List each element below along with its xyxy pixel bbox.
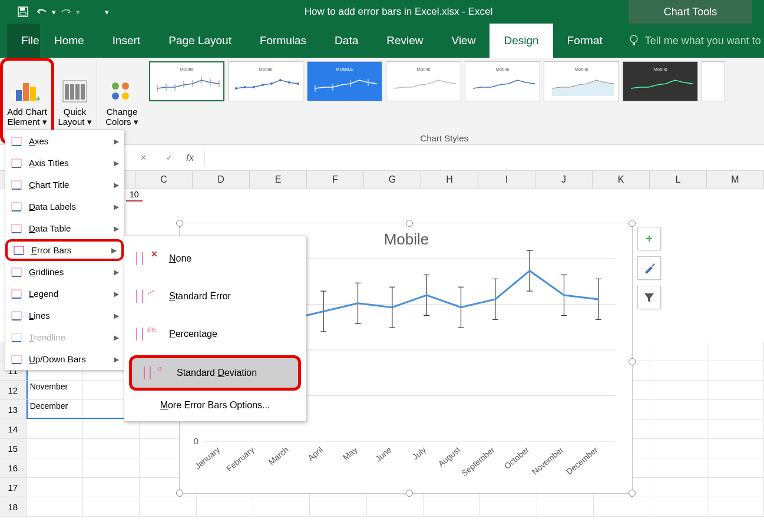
resize-handle[interactable] xyxy=(176,220,183,227)
cell[interactable] xyxy=(367,497,424,516)
menu-item-gridlines[interactable]: Gridlines▶ xyxy=(5,261,124,283)
column-header-I[interactable]: I xyxy=(478,171,535,188)
cell[interactable] xyxy=(650,342,707,361)
cell[interactable] xyxy=(650,478,707,497)
chart-filters-button[interactable] xyxy=(637,286,661,309)
cell[interactable] xyxy=(707,419,764,438)
cell[interactable] xyxy=(537,497,594,516)
cell[interactable] xyxy=(27,439,83,458)
row-header-13[interactable]: 13 xyxy=(0,400,27,419)
row-header-14[interactable]: 14 xyxy=(0,419,27,438)
errorbars-std-dev[interactable]: σStandard Deviation xyxy=(129,355,301,391)
cell[interactable] xyxy=(707,361,764,380)
menu-item-lines[interactable]: Lines▶ xyxy=(5,305,124,326)
cell[interactable] xyxy=(707,400,764,419)
enter-formula-button[interactable]: ✓ xyxy=(160,149,178,167)
tab-home[interactable]: Home xyxy=(40,24,98,58)
cell[interactable] xyxy=(650,439,707,458)
row-header-12[interactable]: 12 xyxy=(0,381,27,399)
cell[interactable] xyxy=(650,458,707,477)
row-header-16[interactable]: 16 xyxy=(0,458,27,477)
tab-page-layout[interactable]: Page Layout xyxy=(154,24,246,58)
menu-item-error-bars[interactable]: Error Bars▶ xyxy=(5,239,124,261)
save-button[interactable] xyxy=(14,3,32,21)
undo-button[interactable] xyxy=(33,3,51,21)
more-error-bars-options[interactable]: More Error Bars Options... xyxy=(124,393,306,418)
chart-style-2[interactable]: Mobile xyxy=(228,61,303,101)
cell[interactable] xyxy=(650,361,707,380)
column-header-K[interactable]: K xyxy=(593,171,650,188)
cell[interactable]: December xyxy=(27,400,83,419)
chart-style-8[interactable] xyxy=(702,61,725,101)
cell[interactable]: November xyxy=(27,381,83,399)
tab-file[interactable]: File xyxy=(7,24,40,58)
column-header-C[interactable]: C xyxy=(135,171,193,188)
menu-item-chart-title[interactable]: Chart Title▶ xyxy=(5,174,124,196)
row-header-17[interactable]: 17 xyxy=(0,478,27,497)
row-header-18[interactable]: 18 xyxy=(0,497,27,516)
cancel-formula-button[interactable]: ✕ xyxy=(134,149,152,167)
cell[interactable] xyxy=(140,497,196,516)
resize-handle[interactable] xyxy=(406,220,413,227)
cell[interactable] xyxy=(480,497,537,516)
column-header-D[interactable]: D xyxy=(193,171,250,188)
cell[interactable] xyxy=(707,497,764,516)
chart-style-1[interactable]: Mobile xyxy=(149,61,224,101)
chart-elements-button[interactable]: + xyxy=(637,227,661,250)
menu-item-data-labels[interactable]: Data Labels▶ xyxy=(5,196,124,217)
column-header-L[interactable]: L xyxy=(650,171,707,188)
tell-me-search[interactable]: Tell me what you want to xyxy=(629,34,761,47)
cell[interactable] xyxy=(83,439,140,458)
cell[interactable] xyxy=(310,497,366,516)
menu-item-updown-bars[interactable]: Up/Down Bars▶ xyxy=(5,348,124,370)
tab-view[interactable]: View xyxy=(438,24,490,58)
cell[interactable] xyxy=(707,458,764,477)
cell[interactable] xyxy=(594,497,650,516)
cell[interactable] xyxy=(650,419,707,438)
resize-handle[interactable] xyxy=(176,490,183,497)
tab-formulas[interactable]: Formulas xyxy=(246,24,320,58)
cell[interactable] xyxy=(650,497,707,516)
cell[interactable] xyxy=(27,478,83,497)
chart-style-4[interactable]: Mobile xyxy=(386,61,461,101)
cell[interactable] xyxy=(650,381,707,399)
cell[interactable] xyxy=(707,439,764,458)
resize-handle[interactable] xyxy=(629,490,636,497)
cell[interactable] xyxy=(83,497,140,516)
resize-handle[interactable] xyxy=(629,220,636,227)
cell[interactable] xyxy=(707,342,764,361)
cell[interactable] xyxy=(707,478,764,497)
errorbars-none[interactable]: ✕None xyxy=(124,240,306,277)
column-header-E[interactable]: E xyxy=(250,171,307,188)
menu-item-axes[interactable]: Axes▶ xyxy=(5,130,124,152)
tab-format[interactable]: Format xyxy=(553,24,617,58)
chart-style-6[interactable]: Mobile xyxy=(544,61,619,101)
chart-styles-button[interactable] xyxy=(637,256,661,280)
errorbars-std-error[interactable]: Standard Error xyxy=(124,277,306,315)
tab-insert[interactable]: Insert xyxy=(98,24,155,58)
column-header-G[interactable]: G xyxy=(364,171,421,188)
column-header-H[interactable]: H xyxy=(421,171,478,188)
tab-design[interactable]: Design xyxy=(490,24,553,58)
errorbars-percentage[interactable]: 5%Percentage xyxy=(124,315,306,353)
resize-handle[interactable] xyxy=(629,358,636,365)
cell[interactable] xyxy=(27,419,83,438)
tab-review[interactable]: Review xyxy=(372,24,437,58)
cell[interactable] xyxy=(83,419,140,438)
chart-style-7[interactable]: Mobile xyxy=(623,61,698,101)
cell[interactable] xyxy=(27,458,83,477)
cell[interactable] xyxy=(83,478,140,497)
column-header-F[interactable]: F xyxy=(307,171,364,188)
tab-data[interactable]: Data xyxy=(320,24,372,58)
cell[interactable] xyxy=(650,400,707,419)
menu-item-data-table[interactable]: Data Table▶ xyxy=(5,217,124,239)
menu-item-legend[interactable]: Legend▶ xyxy=(5,283,124,305)
chart-style-5[interactable]: Mobile xyxy=(465,61,540,101)
row-header-15[interactable]: 15 xyxy=(0,439,27,458)
cell[interactable] xyxy=(27,497,83,516)
cell[interactable] xyxy=(424,497,480,516)
cell[interactable] xyxy=(197,497,253,516)
qat-customize[interactable]: ▾ xyxy=(98,3,115,21)
cell[interactable] xyxy=(707,381,764,399)
menu-item-axis-titles[interactable]: Axis Titles▶ xyxy=(5,152,124,174)
